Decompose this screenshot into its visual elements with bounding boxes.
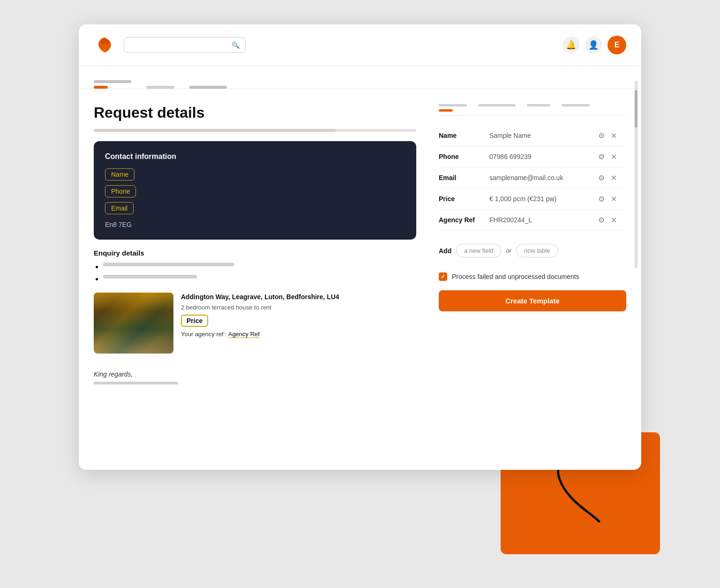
property-details: Addington Way, Leagrave, Luton, Bedforsh… — [181, 293, 416, 354]
gear-icon-phone[interactable]: ⚙ — [597, 152, 606, 161]
fields-table: Name Sample Name ⚙ ✕ Phone 07986 — [439, 125, 626, 231]
field-actions-name: ⚙ ✕ — [597, 125, 626, 146]
contact-title: Contact information — [105, 152, 405, 161]
table-row: Email samplename@mail.co.uk ⚙ ✕ — [439, 167, 626, 188]
right-nav-bar-1 — [439, 104, 467, 106]
scrollbar-thumb — [635, 90, 638, 128]
contact-address: En8 7EG — [105, 221, 405, 228]
left-panel: Request details Contact information Name… — [94, 104, 416, 392]
field-value-price: € 1,000 pcm (€231 pw) — [486, 188, 597, 210]
field-value-phone: 07986 699239 — [486, 146, 597, 167]
gear-icon-name[interactable]: ⚙ — [597, 131, 606, 140]
contact-fields: Name Phone Email En8 7EG — [105, 168, 405, 228]
field-actions-agency-ref: ⚙ ✕ — [597, 210, 626, 230]
agency-ref-tag: Agency Ref — [228, 331, 260, 338]
enquiry-section: Enquiry details — [94, 249, 416, 283]
nav-area — [79, 66, 641, 89]
field-label-price: Price — [439, 188, 486, 210]
nav-tab-3[interactable] — [189, 72, 227, 89]
new-field-button[interactable]: a new field — [456, 244, 501, 257]
gear-icon-price[interactable]: ⚙ — [597, 194, 606, 204]
property-image-inner — [94, 293, 173, 354]
content-area: Request details Contact information Name… — [79, 89, 641, 403]
table-row: Agency Ref FHR200244_L ⚙ ✕ — [439, 210, 626, 231]
bullet-line-2 — [103, 275, 197, 279]
progress-bar — [94, 129, 416, 132]
process-checkbox[interactable]: ✓ — [439, 272, 447, 281]
close-icon-email[interactable]: ✕ — [609, 173, 618, 182]
table-row: Price € 1,000 pcm (€231 pw) ⚙ ✕ — [439, 188, 626, 210]
agency-ref-prefix: Your agency ref : — [181, 331, 227, 338]
signature-text: King regards, — [94, 370, 416, 378]
checkbox-label: Process failed and unprocessed documents — [452, 273, 579, 280]
nav-tab-2[interactable] — [146, 72, 174, 89]
close-icon-name[interactable]: ✕ — [609, 131, 618, 140]
enquiry-bullet-1 — [103, 263, 416, 271]
nav-tab-bar-1 — [94, 80, 131, 83]
field-label-phone: Phone — [439, 146, 486, 167]
progress-bar-fill — [94, 129, 336, 132]
add-or-label: or — [506, 247, 511, 254]
check-icon: ✓ — [441, 273, 445, 280]
right-nav-tab-4[interactable] — [562, 104, 590, 115]
contact-field-email[interactable]: Email — [105, 202, 134, 214]
field-value-agency-ref: FHR200244_L — [486, 210, 597, 231]
field-value-name: Sample Name — [486, 125, 597, 146]
main-card: 🔍 🔔 👤 E Req — [79, 24, 641, 470]
contact-field-phone[interactable]: Phone — [105, 185, 136, 197]
bullet-line-1 — [103, 263, 234, 266]
enquiry-bullet-2 — [103, 275, 416, 283]
new-table-button[interactable]: now table — [516, 244, 558, 257]
nav-tab-active-1 — [94, 86, 108, 89]
field-actions-email: ⚙ ✕ — [597, 167, 626, 188]
close-icon-agency-ref[interactable]: ✕ — [609, 215, 618, 225]
enquiry-title: Enquiry details — [94, 249, 416, 257]
table-row: Phone 07986 699239 ⚙ ✕ — [439, 146, 626, 167]
field-actions-price: ⚙ ✕ — [597, 188, 626, 209]
gear-icon-email[interactable]: ⚙ — [597, 173, 606, 182]
right-nav-active-1 — [439, 109, 453, 112]
page-title: Request details — [94, 104, 416, 121]
nav-tab-bar-3 — [189, 86, 227, 89]
search-bar[interactable]: 🔍 — [124, 37, 246, 53]
close-icon-phone[interactable]: ✕ — [609, 152, 618, 161]
signature-area: King regards, — [94, 363, 416, 392]
property-address: Addington Way, Leagrave, Luton, Bedforsh… — [181, 293, 416, 302]
scrollbar[interactable] — [635, 81, 638, 268]
header: 🔍 🔔 👤 E — [79, 24, 641, 66]
nav-tab-1[interactable] — [94, 72, 131, 89]
contact-field-name[interactable]: Name — [105, 168, 135, 181]
bell-icon[interactable]: 🔔 — [562, 37, 579, 53]
right-nav-tab-3[interactable] — [527, 104, 550, 115]
field-actions-phone: ⚙ ✕ — [597, 146, 626, 167]
field-label-email: Email — [439, 167, 486, 188]
close-icon-price[interactable]: ✕ — [609, 194, 618, 204]
right-nav-bar-4 — [562, 104, 590, 106]
contact-card: Contact information Name Phone Email En8… — [94, 141, 416, 240]
property-type: 2 bedroom terraced house to rent — [181, 304, 416, 311]
table-row: Name Sample Name ⚙ ✕ — [439, 125, 626, 146]
search-icon: 🔍 — [232, 41, 240, 49]
property-listing: Addington Way, Leagrave, Luton, Bedforsh… — [94, 293, 416, 354]
price-tag: Price — [181, 315, 208, 327]
right-nav-tabs — [439, 104, 626, 116]
field-label-agency-ref: Agency Ref — [439, 210, 486, 231]
gear-icon-agency-ref[interactable]: ⚙ — [597, 215, 606, 225]
field-label-name: Name — [439, 125, 486, 146]
property-image — [94, 293, 173, 354]
right-nav-tab-2[interactable] — [478, 104, 516, 115]
property-agency-ref: Your agency ref : Agency Ref — [181, 331, 416, 338]
search-input[interactable] — [130, 41, 228, 49]
user-icon[interactable]: 👤 — [585, 37, 602, 53]
checkbox-row: ✓ Process failed and unprocessed documen… — [439, 272, 626, 281]
field-value-email: samplename@mail.co.uk — [486, 167, 597, 188]
header-icons: 🔔 👤 E — [562, 36, 626, 54]
page-wrapper: 🔍 🔔 👤 E Req — [32, 24, 688, 564]
create-template-button[interactable]: Create Template — [439, 290, 626, 311]
avatar[interactable]: E — [608, 36, 626, 54]
signature-line — [94, 382, 178, 384]
add-field-row: Add a new field or now table — [439, 240, 626, 261]
right-nav-bar-2 — [478, 104, 516, 106]
logo[interactable] — [94, 34, 116, 56]
right-nav-tab-1[interactable] — [439, 104, 467, 115]
